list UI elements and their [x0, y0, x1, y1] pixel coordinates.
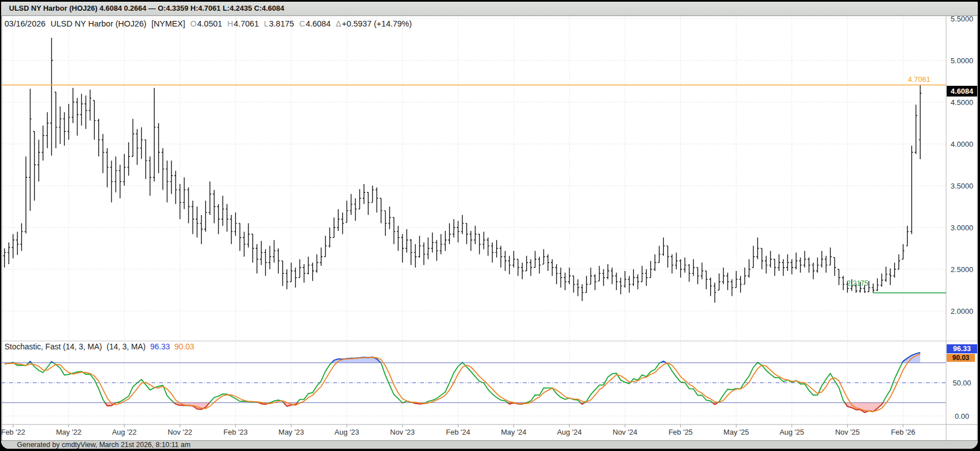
- stochastic-d-value: 90.03: [174, 342, 194, 351]
- time-tick-label: Aug '25: [774, 428, 810, 436]
- time-tick-label: Nov '23: [384, 428, 421, 436]
- time-tick-label: Feb '24: [440, 428, 476, 436]
- time-tick-label: Nov '25: [829, 428, 865, 436]
- price-tick-label: 5.0000: [947, 56, 977, 65]
- time-tick-label: May '23: [273, 428, 309, 436]
- stochastic-pane[interactable]: [1, 341, 946, 424]
- close-value: C4.6084: [299, 19, 331, 28]
- time-tick-label: Aug '23: [329, 428, 365, 436]
- stochastic-label: Stochastic, Fast (14, 3, MA) (14, 3, MA)…: [5, 342, 194, 351]
- time-tick-label: May '24: [496, 428, 532, 436]
- time-tick-label: Feb '26: [885, 428, 921, 436]
- stoch-tick-label: 0.00: [947, 412, 977, 421]
- price-tick-label: 5.5000: [947, 15, 977, 23]
- time-tick-label: Aug '24: [552, 428, 588, 436]
- time-tick-label: May '25: [718, 428, 754, 436]
- bar-date: 03/16/2026: [5, 19, 46, 28]
- price-tick-label: 4.5000: [947, 98, 977, 107]
- stochastic-params: (14, 3, MA): [107, 342, 146, 351]
- high-line-label: 4.7061: [896, 75, 930, 84]
- window-frame: ULSD NY Harbor (HOJ26) 4.6084 0.2664 — O…: [0, 0, 980, 451]
- status-bar: Generated by cmdtyView, March 21st 2026,…: [1, 440, 978, 449]
- time-tick-label: Feb '23: [217, 428, 253, 436]
- time-tick-label: May '22: [51, 428, 87, 436]
- change-value: Δ+0.5937 (+14.79%): [336, 19, 412, 28]
- time-tick-label: Feb '22: [1, 428, 31, 436]
- instrument-summary: ULSD NY Harbor (HOJ26) 4.6084 0.2664 — O…: [9, 4, 285, 12]
- generated-timestamp: Generated by cmdtyView, March 21st 2026,…: [17, 441, 190, 449]
- price-axis[interactable]: [946, 16, 978, 424]
- time-tick-label: Nov '22: [162, 428, 198, 436]
- title-bar: ULSD NY Harbor (HOJ26) 4.6084 0.2664 — O…: [1, 2, 978, 16]
- time-tick-label: Feb '25: [663, 428, 699, 436]
- last-price-badge: 4.6084: [947, 86, 977, 97]
- open-value: O4.0501: [190, 19, 222, 28]
- stochastic-d-badge: 90.03: [947, 354, 975, 362]
- time-tick-label: Nov '24: [607, 428, 643, 436]
- chart-header: 03/16/2026 ULSD NY Harbor (HOJ26) [NYMEX…: [5, 19, 412, 28]
- price-tick-label: 3.0000: [947, 224, 977, 232]
- stochastic-k-badge: 96.33: [947, 344, 977, 353]
- stochastic-name: Stochastic, Fast (14, 3, MA): [5, 342, 102, 351]
- exchange-label: [NYMEX]: [151, 19, 185, 28]
- time-tick-label: Aug '22: [106, 428, 142, 436]
- support-level-label: 2.2175: [847, 279, 868, 287]
- price-tick-label: 2.5000: [947, 265, 977, 274]
- high-value: H4.7061: [228, 19, 259, 28]
- symbol-label: ULSD NY Harbor (HOJ26): [51, 19, 147, 28]
- price-tick-label: 4.0000: [947, 140, 977, 148]
- low-value: L3.8175: [264, 19, 294, 28]
- price-tick-label: 3.5000: [947, 182, 977, 190]
- price-chart-pane[interactable]: [1, 16, 946, 341]
- price-tick-label: 2.0000: [947, 307, 977, 316]
- stoch-tick-label: 50.00: [947, 379, 977, 387]
- stochastic-k-value: 96.33: [150, 342, 170, 351]
- chart-application: ULSD NY Harbor (HOJ26) 4.6084 0.2664 — O…: [1, 2, 978, 449]
